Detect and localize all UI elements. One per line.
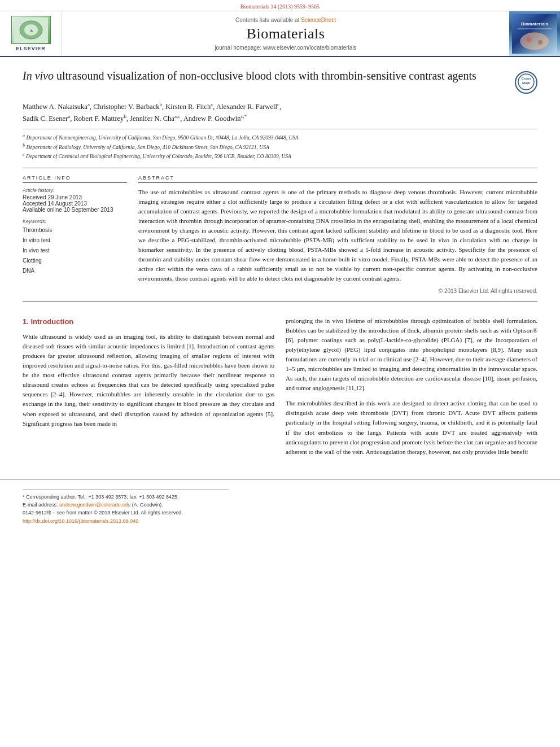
title-italic-part: In vivo [23, 69, 54, 82]
body-section: 1. Introduction While ultrasound is wide… [23, 311, 537, 462]
body-col-right: prolonging the in vivo lifetime of micro… [286, 316, 537, 462]
elsevier-text: ELSEVIER [16, 46, 46, 51]
journal-header: ☘ ELSEVIER Contents lists available at S… [0, 11, 560, 57]
doi-link[interactable]: http://dx.doi.org/10.1016/j.biomaterials… [23, 518, 138, 524]
affiliation-a: a Department of Nanoengineering, Univers… [23, 133, 537, 142]
footer-section: * Corresponding author. Tel.: +1 303 492… [0, 479, 560, 531]
keyword-3: In vivo test [23, 246, 127, 256]
svg-text:☘: ☘ [29, 29, 32, 33]
affiliations: a Department of Nanoengineering, Univers… [23, 129, 537, 160]
article-info-label: ARTICLE INFO [23, 175, 127, 183]
top-bar: Biomaterials 34 (2013) 9559–9565 [0, 0, 560, 11]
keywords-label: Keywords: [23, 219, 127, 224]
svg-point-8 [526, 37, 532, 42]
authors-line: Matthew A. Nakatsukaa, Christopher V. Ba… [23, 101, 537, 124]
issn-line: 0142-9612/$ – see front matter © 2013 El… [23, 509, 537, 525]
article-content: In vivo ultrasound visualization of non-… [0, 57, 560, 474]
body-col-left: 1. Introduction While ultrasound is wide… [23, 316, 274, 462]
article-title-section: In vivo ultrasound visualization of non-… [23, 68, 537, 94]
sciencedirect-line: Contents lists available at ScienceDirec… [235, 17, 336, 23]
history-label: Article history: [23, 187, 127, 193]
elsevier-logo-graphic: ☘ [11, 16, 51, 44]
abstract-text: The use of microbubbles as ultrasound co… [138, 187, 537, 283]
svg-point-7 [520, 33, 549, 50]
journal-header-center: Contents lists available at ScienceDirec… [62, 11, 509, 56]
intro-paragraph-1: While ultrasound is widely used as an im… [23, 332, 274, 428]
received-date: Received 29 June 2013 [23, 194, 127, 200]
journal-header-left: ☘ ELSEVIER [0, 11, 62, 56]
crossmark-badge: Cross Mark [515, 71, 537, 94]
elsevier-logo: ☘ ELSEVIER [11, 16, 51, 51]
svg-text:Cross: Cross [521, 77, 531, 80]
keyword-4: Clotting [23, 256, 127, 266]
footer-divider [23, 489, 229, 490]
abstract-label: ABSTRACT [138, 175, 537, 183]
journal-thumb-image: Biomaterials [512, 14, 557, 54]
title-rest: ultrasound visualization of non-occlusiv… [54, 69, 476, 82]
email-label: E-mail address: [23, 502, 58, 508]
article-info-col: ARTICLE INFO Article history: Received 2… [23, 175, 127, 294]
intro-heading: 1. Introduction [23, 316, 274, 327]
copyright-line: © 2013 Elsevier Ltd. All rights reserved… [138, 288, 537, 294]
keywords-group: Keywords: Thrombosis In vitro test In vi… [23, 219, 127, 276]
affiliation-b: b Department of Radiology, University of… [23, 142, 537, 151]
svg-rect-6 [518, 28, 552, 29]
article-title: In vivo ultrasound visualization of non-… [23, 68, 515, 83]
accepted-date: Accepted 14 August 2013 [23, 200, 127, 207]
page-wrapper: Biomaterials 34 (2013) 9559–9565 ☘ ELSEV… [0, 0, 560, 531]
keywords-list: Thrombosis In vitro test In vivo test Cl… [23, 225, 127, 276]
svg-text:Biomaterials: Biomaterials [521, 21, 549, 27]
journal-thumbnail: Biomaterials [509, 11, 560, 56]
intro-paragraph-2: prolonging the in vivo lifetime of micro… [286, 316, 537, 393]
svg-text:Mark: Mark [522, 81, 531, 85]
keyword-2: In vitro test [23, 235, 127, 246]
intro-paragraph-3: The microbubbles described in this work … [286, 399, 537, 456]
article-history-group: Article history: Received 29 June 2013 A… [23, 187, 127, 213]
corresponding-author-note: * Corresponding author. Tel.: +1 303 492… [23, 493, 537, 509]
available-date: Available online 10 September 2013 [23, 207, 127, 213]
keyword-5: DNA [23, 266, 127, 276]
author-email-link[interactable]: andrew.goodwin@colorado.edu [59, 502, 130, 508]
journal-ref: Biomaterials 34 (2013) 9559–9565 [0, 3, 560, 10]
journal-title: Biomaterials [247, 25, 325, 42]
keyword-1: Thrombosis [23, 225, 127, 235]
affiliation-c: c Department of Chemical and Biological … [23, 151, 537, 160]
svg-point-9 [538, 40, 542, 45]
abstract-col: ABSTRACT The use of microbubbles as ultr… [138, 175, 537, 294]
journal-homepage: journal homepage: www.elsevier.com/locat… [215, 45, 356, 51]
authors-section: Matthew A. Nakatsukaa, Christopher V. Ba… [23, 101, 537, 124]
sciencedirect-link[interactable]: ScienceDirect [301, 17, 336, 23]
article-info-abstract-section: ARTICLE INFO Article history: Received 2… [23, 168, 537, 302]
